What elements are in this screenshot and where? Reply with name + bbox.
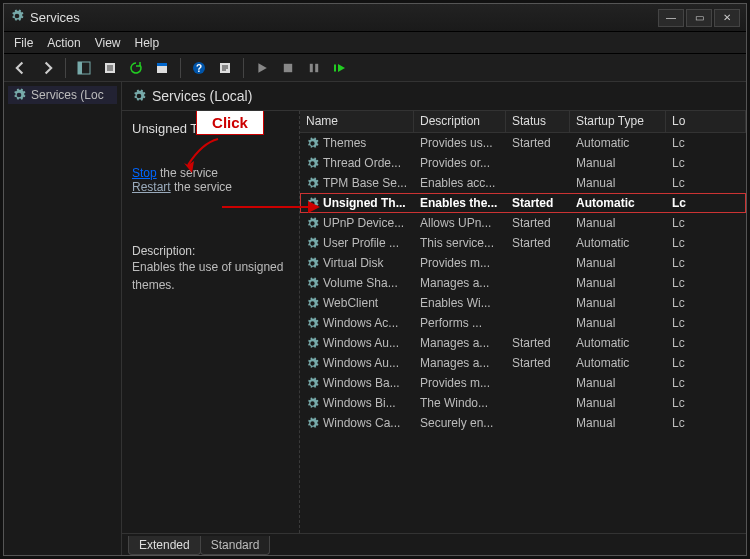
detail-pane: Click Unsigned T Stop the service Restar… — [122, 111, 300, 533]
service-name: WebClient — [323, 296, 378, 310]
col-logon[interactable]: Lo — [666, 111, 746, 132]
refresh-button[interactable] — [125, 57, 147, 79]
service-status: Started — [506, 336, 570, 350]
svg-rect-1 — [78, 62, 82, 74]
gear-icon — [306, 277, 319, 290]
service-description: Enables Wi... — [414, 296, 506, 310]
gear-icon — [306, 157, 319, 170]
stop-service-button[interactable] — [277, 57, 299, 79]
service-startup: Manual — [570, 416, 666, 430]
minimize-button[interactable]: ― — [658, 9, 684, 27]
col-status[interactable]: Status — [506, 111, 570, 132]
export-list-button[interactable] — [99, 57, 121, 79]
service-status: Started — [506, 356, 570, 370]
service-startup: Automatic — [570, 356, 666, 370]
maximize-button[interactable]: ▭ — [686, 9, 712, 27]
forward-button[interactable] — [36, 57, 58, 79]
column-headers: Name Description Status Startup Type Lo — [300, 111, 746, 133]
pause-service-button[interactable] — [303, 57, 325, 79]
restart-service-link[interactable]: Restart — [132, 180, 171, 194]
menu-file[interactable]: File — [14, 36, 33, 50]
show-hide-tree-button[interactable] — [73, 57, 95, 79]
service-row[interactable]: User Profile ...This service...StartedAu… — [300, 233, 746, 253]
svg-rect-4 — [157, 63, 167, 66]
gear-icon — [306, 137, 319, 150]
gear-icon — [306, 317, 319, 330]
service-startup: Manual — [570, 296, 666, 310]
restart-service-button[interactable] — [329, 57, 351, 79]
service-description: Allows UPn... — [414, 216, 506, 230]
help-button[interactable]: ? — [188, 57, 210, 79]
service-description: This service... — [414, 236, 506, 250]
service-description: Manages a... — [414, 276, 506, 290]
details-button[interactable] — [214, 57, 236, 79]
service-name: Windows Ca... — [323, 416, 400, 430]
service-row[interactable]: UPnP Device...Allows UPn...StartedManual… — [300, 213, 746, 233]
stop-service-link[interactable]: Stop — [132, 166, 157, 180]
service-description: Provides m... — [414, 256, 506, 270]
svg-rect-11 — [334, 64, 336, 71]
menu-view[interactable]: View — [95, 36, 121, 50]
col-description[interactable]: Description — [414, 111, 506, 132]
col-startup[interactable]: Startup Type — [570, 111, 666, 132]
menu-action[interactable]: Action — [47, 36, 80, 50]
gear-icon — [306, 397, 319, 410]
service-row[interactable]: Volume Sha...Manages a...ManualLc — [300, 273, 746, 293]
description-heading: Description: — [132, 244, 289, 258]
services-window: Services ― ▭ ✕ File Action View Help ? — [3, 3, 747, 556]
gear-icon — [306, 237, 319, 250]
service-startup: Manual — [570, 256, 666, 270]
service-description: Manages a... — [414, 356, 506, 370]
service-name: Unsigned Th... — [323, 196, 406, 210]
service-startup: Manual — [570, 156, 666, 170]
service-description: Provides or... — [414, 156, 506, 170]
window-title: Services — [30, 10, 658, 25]
service-description: Securely en... — [414, 416, 506, 430]
main-header: Services (Local) — [122, 82, 746, 110]
service-row[interactable]: WebClientEnables Wi...ManualLc — [300, 293, 746, 313]
service-row[interactable]: Windows Au...Manages a...StartedAutomati… — [300, 353, 746, 373]
service-row[interactable]: Virtual DiskProvides m...ManualLc — [300, 253, 746, 273]
main-heading: Services (Local) — [152, 88, 252, 104]
service-logon: Lc — [666, 416, 746, 430]
service-logon: Lc — [666, 176, 746, 190]
callout-click: Click — [196, 110, 264, 135]
gear-icon — [132, 89, 146, 103]
gear-icon — [306, 257, 319, 270]
menubar: File Action View Help — [4, 32, 746, 54]
service-row[interactable]: Thread Orde...Provides or...ManualLc — [300, 153, 746, 173]
svg-text:?: ? — [196, 63, 202, 74]
start-service-button[interactable] — [251, 57, 273, 79]
service-row[interactable]: Windows Ba...Provides m...ManualLc — [300, 373, 746, 393]
col-name[interactable]: Name — [300, 111, 414, 132]
service-startup: Manual — [570, 396, 666, 410]
tab-standard[interactable]: Standard — [200, 536, 271, 555]
service-row[interactable]: Windows Ca...Securely en...ManualLc — [300, 413, 746, 433]
titlebar[interactable]: Services ― ▭ ✕ — [4, 4, 746, 32]
service-row[interactable]: Windows Bi...The Windo...ManualLc — [300, 393, 746, 413]
service-row[interactable]: TPM Base Se...Enables acc...ManualLc — [300, 173, 746, 193]
service-row[interactable]: Windows Ac...Performs ...ManualLc — [300, 313, 746, 333]
properties-button[interactable] — [151, 57, 173, 79]
gear-icon — [306, 177, 319, 190]
service-name: UPnP Device... — [323, 216, 404, 230]
service-row[interactable]: Unsigned Th...Enables the...StartedAutom… — [300, 193, 746, 213]
tree-root-services[interactable]: Services (Loc — [8, 86, 117, 104]
service-startup: Automatic — [570, 236, 666, 250]
annotation-arrow-icon — [222, 197, 322, 217]
split-pane: Click Unsigned T Stop the service Restar… — [122, 110, 746, 533]
close-button[interactable]: ✕ — [714, 9, 740, 27]
toolbar: ? — [4, 54, 746, 82]
service-row[interactable]: ThemesProvides us...StartedAutomaticLc — [300, 133, 746, 153]
gear-icon — [12, 88, 26, 102]
svg-rect-10 — [315, 63, 318, 71]
gear-icon — [306, 357, 319, 370]
tab-extended[interactable]: Extended — [128, 536, 201, 555]
service-row[interactable]: Windows Au...Manages a...StartedAutomati… — [300, 333, 746, 353]
service-description: Provides us... — [414, 136, 506, 150]
back-button[interactable] — [10, 57, 32, 79]
service-startup: Automatic — [570, 336, 666, 350]
service-description: Enables acc... — [414, 176, 506, 190]
service-description: The Windo... — [414, 396, 506, 410]
menu-help[interactable]: Help — [135, 36, 160, 50]
